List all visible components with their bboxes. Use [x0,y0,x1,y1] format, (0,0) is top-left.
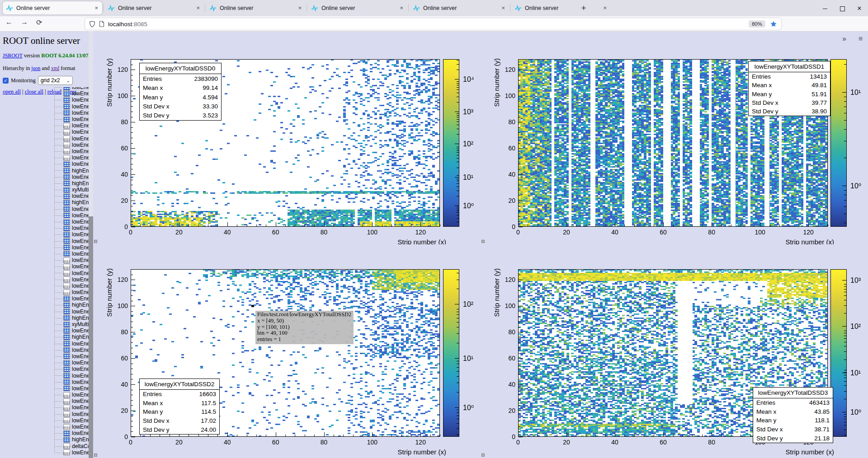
tree-item-lowEnergyExRateDSSD1[interactable]: lowEnergyExRateDSSD1 [54,142,89,148]
url-text: localhost:8085 [108,21,147,28]
shield-icon[interactable] [89,21,95,28]
monitoring-checkbox[interactable]: ✓ [3,78,9,84]
tree-item-lowEnergyExXRate1sDSSD2[interactable]: lowEnergyExXRate1sDSSD2 [54,231,89,238]
tree-item-lowEnergyExEyDSSD3[interactable]: lowEnergyExEyDSSD3 [54,295,89,302]
tree-item-xyMultiplicityDSSD2[interactable]: xyMultiplicityDSSD2 [54,187,89,193]
browser-tab-1[interactable]: Online server× [104,1,204,14]
tree-item-lowEnergyXYRateDSSD3[interactable]: lowEnergyXYRateDSSD3 [54,341,89,347]
tree-item-lowEnergyExEyPairDSSD3[interactable]: lowEnergyExEyPairDSSD3 [54,308,89,315]
bookmark-star-icon[interactable] [770,20,777,28]
tree-item-lowEnergyEyYTotalDSSD3[interactable]: lowEnergyEyYTotalDSSD3 [54,385,89,392]
tree-item-lowEnergyExXRateDSSD1[interactable]: lowEnergyExXRateDSSD1 [54,87,89,90]
tree-item-highEnergyXYDSSD2[interactable]: highEnergyXYDSSD2 [54,199,89,206]
forward-button[interactable]: → [21,18,28,26]
tree-item-lowEnergyExRate1sDSSD3[interactable]: lowEnergyExRate1sDSSD3 [54,424,89,430]
tree-item-lowEnergyEyYTotalDSSD1[interactable]: lowEnergyEyYTotalDSSD1 [54,116,89,122]
tree-item-lowEnergyXYDSSD3[interactable]: lowEnergyXYDSSD3 [54,327,89,334]
url-bar[interactable]: localhost:8085 80% [85,18,781,30]
pad-resize-grip[interactable] [481,240,485,243]
tree-item-highEnergyExEyDSSDPair3[interactable]: highEnergyExEyDSSDPair3 [54,315,89,321]
sidebar-scrollbar[interactable] [89,31,93,458]
tree-item-lowEnergyExXTotalDSSD3[interactable]: lowEnergyExXTotalDSSD3 [54,379,89,385]
tree-item-highEnergyExEyDSSD2[interactable]: highEnergyExEyDSSD2 [54,167,89,173]
tree-item-lowEnergyEyRate1sDSSD1[interactable]: lowEnergyEyRate1sDSSD1 [54,148,89,154]
zoom-level-badge[interactable]: 80% [749,20,765,28]
window-minimize-button[interactable] [816,5,834,12]
browser-tab-3[interactable]: Online server× [308,1,407,14]
tree-item-lowEnergyExTotalDSSD1[interactable]: lowEnergyExTotalDSSD1 [54,129,89,135]
tree-item-lowEnergyXYRateDSSD2[interactable]: lowEnergyXYRateDSSD2 [54,206,89,212]
tab-close-icon[interactable]: × [602,5,608,11]
new-tab-button[interactable]: + [578,2,590,14]
tree-item-lowEnergyEyYTotalDSSD2[interactable]: lowEnergyEyYTotalDSSD2 [54,251,89,257]
window-maximize-button[interactable] [834,5,851,12]
stats-box-lowEnergyXYTotalDSSD3[interactable]: lowEnergyXYTotalDSSD3Entries463413Mean x… [753,387,833,443]
tab-close-icon[interactable]: × [94,5,99,11]
tree-item-lowEnergyHitPattern[interactable]: lowEnergyHitPattern [54,449,89,456]
tree-item-lowEnergyEyRateDSSD1[interactable]: lowEnergyEyRateDSSD1 [54,136,89,142]
tree-item-lowEnergyEyYRate1sDSSD2[interactable]: lowEnergyEyYRate1sDSSD2 [54,238,89,244]
tree-item-lowEnergyExXTotalDSSD2[interactable]: lowEnergyExXTotalDSSD2 [54,244,89,251]
jsroot-link[interactable]: JSROOT [3,52,23,59]
tab-close-icon[interactable]: × [500,5,506,11]
tree-item-lowEnergyExXRateDSSD2[interactable]: lowEnergyExXRateDSSD2 [54,219,89,225]
tree-item-lowEnergyExRate1sDSSD2[interactable]: lowEnergyExRate1sDSSD2 [54,289,89,295]
th2-histogram-icon [63,87,70,90]
json-link[interactable]: json [31,65,40,71]
tree-item-lowEnergyEyRateDSSD2[interactable]: lowEnergyEyRateDSSD2 [54,270,89,276]
page-info-icon[interactable] [99,21,104,27]
tree-item-highEnergyXYDSSD3[interactable]: highEnergyXYDSSD3 [54,334,89,340]
pad-resize-grip[interactable] [481,453,485,457]
tree-item-lowEnergyExEyPairDSSD2[interactable]: lowEnergyExEyPairDSSD2 [54,174,89,180]
tree-item-lowEnergyXYTotalDSSD3[interactable]: lowEnergyXYTotalDSSD3 [54,347,89,353]
browser-tab-5[interactable]: Online server× [511,1,611,14]
tab-close-icon[interactable]: × [195,5,201,11]
tree-item-lowEnergyExEyDSSD2[interactable]: lowEnergyExEyDSSD2 [54,161,89,167]
tree-item-lowEnergyExXRate1sDSSD1[interactable]: lowEnergyExXRate1sDSSD1 [54,97,89,103]
tree-item-lowEnergyExXRateDSSD3[interactable]: lowEnergyExXRateDSSD3 [54,353,89,360]
tree-item-lowEnergyEyRate1sDSSD3[interactable]: lowEnergyEyRate1sDSSD3 [54,417,89,424]
back-button[interactable]: ← [5,18,13,26]
tree-item-lowEnergyEyRateDSSD3[interactable]: lowEnergyEyRateDSSD3 [54,404,89,411]
tree-item-lowEnergyExTotalDSSD3[interactable]: lowEnergyExTotalDSSD3 [54,398,89,404]
xml-link[interactable]: xml [51,65,60,71]
sidebar-scrollbar-thumb[interactable] [89,216,93,458]
tree-item-lowEnergyChannelADC[interactable]: lowEnergyChannelADC [54,430,89,436]
stats-box-lowEnergyXYTotalDSSD2[interactable]: lowEnergyXYTotalDSSD2Entries16603Mean x1… [139,379,220,435]
browser-tab-4[interactable]: Online server× [410,1,509,14]
tree-item-highEnergyExEyDSSD3[interactable]: highEnergyExEyDSSD3 [54,302,89,308]
tree-item-lowEnergyExXTotalDSSD1[interactable]: lowEnergyExXTotalDSSD1 [54,110,89,116]
pad-resize-grip[interactable] [94,453,97,457]
stats-box-lowEnergyXYTotalDSSD1[interactable]: lowEnergyXYTotalDSSD1Entries13413Mean x4… [748,61,830,116]
tree-item-lowEnergyEyYRate1sDSSD1[interactable]: lowEnergyEyYRate1sDSSD1 [54,103,89,110]
tree-item-highEnergyChannelADC[interactable]: highEnergyChannelADC [54,436,89,443]
tree-item-lowEnergyExXRate1sDSSD3[interactable]: lowEnergyExXRate1sDSSD3 [54,366,89,372]
browser-tab-0[interactable]: Online server× [3,1,102,14]
tree-item-lowEnergyEyYRateDSSD1[interactable]: lowEnergyEyYRateDSSD1 [54,90,89,97]
pad-resize-grip[interactable] [94,240,97,243]
tree-item-lowEnergyExRateDSSD3[interactable]: lowEnergyExRateDSSD3 [54,411,89,417]
tree-item-lowEnergyExRateDSSD2[interactable]: lowEnergyExRateDSSD2 [54,276,89,283]
tree-item-lowEnergyEyTotalDSSD2[interactable]: lowEnergyEyTotalDSSD2 [54,257,89,263]
tab-close-icon[interactable]: × [399,5,404,11]
tree-item-lowEnergyEyYRateDSSD3[interactable]: lowEnergyEyYRateDSSD3 [54,360,89,366]
tree-item-lowEnergyEyTotalDSSD3[interactable]: lowEnergyEyTotalDSSD3 [54,392,89,398]
tree-item-label: lowEnergyExXTotalDSSD3 [72,379,89,385]
tree-item-lowEnergyXYTotalDSSD2[interactable]: lowEnergyXYTotalDSSD2 [54,212,89,219]
tree-item-lowEnergyEyRate1sDSSD2[interactable]: lowEnergyEyRate1sDSSD2 [54,283,89,289]
tree-item-deltaCorrelationScaler[interactable]: deltaCorrelationScaler [54,443,89,449]
tree-item-xyMultiplicityDSSD3[interactable]: xyMultiplicityDSSD3 [54,321,89,327]
stats-box-lowEnergyXYTotalDSSD0[interactable]: lowEnergyXYTotalDSSD0Entries2383090Mean … [139,63,222,121]
tree-item-lowEnergyExRate1sDSSD1[interactable]: lowEnergyExRate1sDSSD1 [54,154,89,161]
browser-tab-2[interactable]: Online server× [206,1,306,14]
reload-button[interactable]: ⟳ [36,18,42,27]
tree-item-lowEnergyXYDSSD2[interactable]: lowEnergyXYDSSD2 [54,193,89,199]
tree-item-highEnergyExEyDSSDPair2[interactable]: highEnergyExEyDSSDPair2 [54,180,89,187]
tree-item-lowEnergyEyYRate1sDSSD3[interactable]: lowEnergyEyYRate1sDSSD3 [54,372,89,379]
tree-item-lowEnergyEyTotalDSSD1[interactable]: lowEnergyEyTotalDSSD1 [54,122,89,129]
tree-item-lowEnergyExTotalDSSD2[interactable]: lowEnergyExTotalDSSD2 [54,263,89,270]
window-close-button[interactable]: ✕ [851,5,868,12]
tab-close-icon[interactable]: × [297,5,302,11]
layout-select[interactable]: grid 2x2⌄ [38,76,73,85]
tree-item-lowEnergyEyYRateDSSD2[interactable]: lowEnergyEyYRateDSSD2 [54,225,89,231]
